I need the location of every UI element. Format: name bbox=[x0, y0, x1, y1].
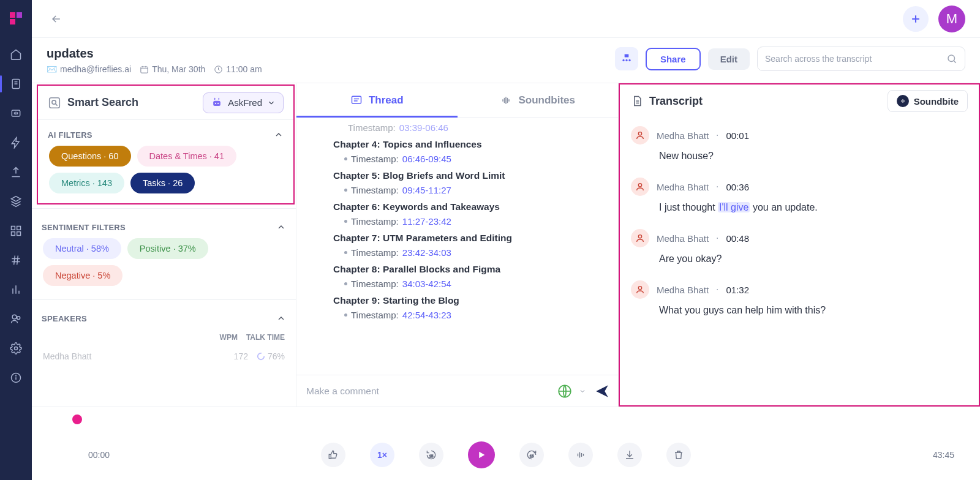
svg-point-18 bbox=[12, 315, 17, 319]
filter-tasks[interactable]: Tasks · 26 bbox=[130, 173, 195, 193]
send-button[interactable] bbox=[592, 381, 612, 401]
rewind-button[interactable]: 15 bbox=[419, 443, 443, 467]
chapter-timestamp[interactable]: Timestamp: 09:45-11:27 bbox=[344, 185, 603, 195]
ai-filters-header[interactable]: AI FILTERS bbox=[38, 120, 293, 146]
app-logo bbox=[9, 11, 23, 26]
speed-button[interactable]: 1× bbox=[370, 443, 394, 467]
nav-analytics-icon[interactable] bbox=[9, 283, 23, 296]
entry-time[interactable]: 01:32 bbox=[726, 285, 750, 295]
nav-hash-icon[interactable] bbox=[9, 253, 23, 267]
chapter-title: Chapter 4: Topics and Influences bbox=[333, 139, 603, 150]
svg-rect-24 bbox=[141, 67, 148, 73]
user-avatar[interactable]: M bbox=[938, 6, 965, 32]
nav-bolt-icon[interactable] bbox=[9, 136, 23, 149]
nav-audio-icon[interactable] bbox=[9, 107, 23, 120]
search-icon bbox=[946, 53, 957, 64]
svg-rect-44 bbox=[352, 96, 361, 103]
chevron-up-icon bbox=[274, 130, 284, 140]
comment-row bbox=[296, 375, 618, 407]
chapter-title: Chapter 9: Starting the Blog bbox=[333, 295, 603, 306]
timeline[interactable] bbox=[32, 407, 980, 429]
transcript-entry[interactable]: Medha Bhatt·00:01New house? bbox=[631, 126, 968, 162]
forward-button[interactable]: 15 bbox=[519, 443, 544, 467]
delete-button[interactable] bbox=[666, 443, 691, 467]
soundbites-icon bbox=[500, 94, 512, 107]
add-button[interactable] bbox=[903, 6, 929, 32]
filter-negative[interactable]: Negative · 5% bbox=[43, 265, 123, 286]
svg-rect-34 bbox=[50, 97, 60, 108]
askfred-button[interactable]: AskFred bbox=[203, 92, 284, 113]
thumbs-up-button[interactable] bbox=[321, 443, 345, 467]
filter-questions[interactable]: Questions · 60 bbox=[49, 146, 131, 167]
speaker-row[interactable]: Medha Bhatt 172 76% bbox=[32, 345, 296, 367]
chapter-timestamp[interactable]: Timestamp: 11:27-23:42 bbox=[344, 216, 603, 227]
playhead[interactable] bbox=[72, 414, 82, 424]
filter-neutral[interactable]: Neutral · 58% bbox=[43, 238, 121, 259]
meeting-date: Thu, Mar 30th bbox=[140, 64, 205, 74]
chapter-timestamp[interactable]: Timestamp: 42:54-43:23 bbox=[344, 310, 603, 320]
speaker-columns: WPM TALK TIME bbox=[32, 329, 296, 345]
chapter-timestamp[interactable]: Timestamp: 23:42-34:03 bbox=[344, 247, 603, 258]
comment-input[interactable] bbox=[303, 386, 551, 397]
svg-point-60 bbox=[638, 235, 641, 238]
nav-info-icon[interactable] bbox=[9, 371, 23, 384]
filter-metrics[interactable]: Metrics · 143 bbox=[49, 173, 124, 193]
transcript-entry[interactable]: Medha Bhatt·00:36I just thought I'll giv… bbox=[631, 178, 968, 213]
nav-home-icon[interactable] bbox=[9, 48, 23, 61]
participant-button[interactable] bbox=[615, 47, 638, 70]
speakers-header[interactable]: SPEAKERS bbox=[32, 304, 296, 329]
nav-settings-icon[interactable] bbox=[9, 342, 23, 355]
download-button[interactable] bbox=[617, 443, 642, 467]
transcript-body[interactable]: Medha Bhatt·00:01New house?Medha Bhatt·0… bbox=[619, 118, 980, 407]
filter-positive[interactable]: Positive · 37% bbox=[127, 238, 208, 259]
edit-button[interactable]: Edit bbox=[708, 48, 750, 70]
robot-icon bbox=[211, 97, 223, 109]
nav-layers-icon[interactable] bbox=[9, 195, 23, 208]
chapter: Chapter 6: Keywords and TakeawaysTimesta… bbox=[333, 201, 603, 227]
chevron-down-icon[interactable] bbox=[579, 388, 586, 395]
svg-point-30 bbox=[622, 59, 624, 61]
transcript-entry[interactable]: Medha Bhatt·00:48Are you okay? bbox=[631, 229, 968, 264]
soundbite-button[interactable]: Soundbite bbox=[888, 90, 968, 112]
globe-icon[interactable] bbox=[557, 383, 573, 399]
chapter-timestamp[interactable]: Timestamp: 34:03-42:54 bbox=[344, 279, 603, 289]
nav-apps-icon[interactable] bbox=[9, 224, 23, 238]
nav-team-icon[interactable] bbox=[9, 312, 23, 326]
entry-time[interactable]: 00:01 bbox=[726, 130, 750, 141]
search-input[interactable] bbox=[765, 54, 941, 64]
svg-point-59 bbox=[638, 184, 641, 187]
svg-text:15: 15 bbox=[530, 454, 533, 458]
svg-rect-8 bbox=[17, 227, 21, 230]
speaker-name: Medha Bhatt bbox=[657, 182, 709, 192]
waveform-button[interactable] bbox=[568, 443, 593, 467]
entry-time[interactable]: 00:36 bbox=[726, 182, 750, 192]
entry-text: What you guys can help him with this? bbox=[659, 305, 968, 316]
search-icon bbox=[48, 96, 61, 110]
player: 00:00 1× 15 15 43:45 bbox=[32, 407, 980, 480]
filter-dates-times[interactable]: Dates & Times · 41 bbox=[137, 146, 237, 167]
sentiment-filters-header[interactable]: SENTIMENT FILTERS bbox=[32, 212, 296, 238]
svg-point-35 bbox=[52, 100, 56, 103]
thread-body[interactable]: Timestamp: 03:39-06:46 Chapter 4: Topics… bbox=[296, 118, 618, 375]
tab-thread[interactable]: Thread bbox=[296, 83, 458, 117]
svg-point-23 bbox=[16, 375, 17, 376]
transcript-entry[interactable]: Medha Bhatt·01:32What you guys can help … bbox=[631, 280, 968, 316]
back-button[interactable] bbox=[47, 9, 66, 29]
tab-soundbites[interactable]: Soundbites bbox=[458, 83, 619, 117]
svg-point-33 bbox=[948, 55, 955, 62]
speaker-name: Medha Bhatt bbox=[657, 285, 709, 295]
total-time: 43:45 bbox=[933, 450, 954, 460]
chapter-timestamp[interactable]: Timestamp: 06:46-09:45 bbox=[344, 154, 603, 164]
nav-upload-icon[interactable] bbox=[9, 165, 23, 179]
nav-notes-icon[interactable] bbox=[9, 77, 23, 91]
transcript-search[interactable] bbox=[757, 47, 965, 71]
share-button[interactable]: Share bbox=[646, 48, 701, 70]
chevron-down-icon bbox=[267, 99, 276, 107]
play-button[interactable] bbox=[468, 441, 495, 468]
speaker-avatar bbox=[631, 126, 649, 144]
entry-time[interactable]: 00:48 bbox=[726, 233, 750, 244]
entry-text: I just thought I'll give you an update. bbox=[659, 202, 968, 213]
center-panel: Thread Soundbites Timestamp: 03:39-06:46… bbox=[296, 83, 619, 407]
speaker-avatar bbox=[631, 280, 649, 299]
svg-point-19 bbox=[17, 317, 20, 320]
